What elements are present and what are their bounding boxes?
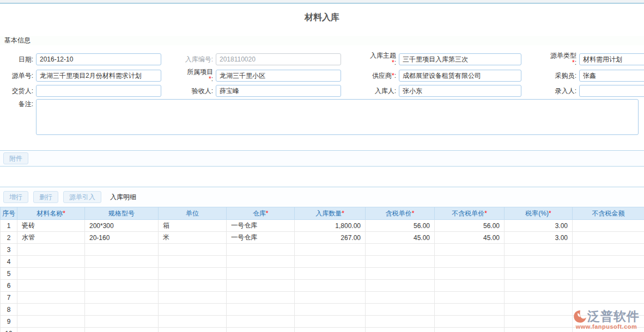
cell-price-tax[interactable]: 56.00 <box>366 220 435 232</box>
cell-spec[interactable] <box>85 304 159 316</box>
cell-spec[interactable] <box>85 268 159 280</box>
cell-taxrate[interactable] <box>505 328 573 332</box>
cell-taxrate[interactable]: 3.00 <box>505 232 573 244</box>
cell-price-notax[interactable] <box>435 256 505 268</box>
add-row-button[interactable]: 增行 <box>3 191 28 203</box>
cell-warehouse[interactable]: 一号仓库 <box>227 232 295 244</box>
inspector-input[interactable] <box>216 85 341 97</box>
purchaser-input[interactable] <box>579 70 644 82</box>
cell-warehouse[interactable] <box>227 280 295 292</box>
cell-unit[interactable] <box>159 268 227 280</box>
source-type-input[interactable] <box>579 53 644 65</box>
cell-amount-notax[interactable] <box>573 292 644 304</box>
cell-quantity[interactable] <box>295 304 366 316</box>
cell-quantity[interactable] <box>295 316 366 328</box>
source-no-input[interactable] <box>36 70 161 82</box>
cell-taxrate[interactable] <box>505 292 573 304</box>
cell-price-notax[interactable] <box>435 316 505 328</box>
date-input[interactable] <box>36 53 161 65</box>
cell-spec[interactable] <box>85 256 159 268</box>
cell-taxrate[interactable] <box>505 256 573 268</box>
cell-price-tax[interactable] <box>366 280 435 292</box>
cell-warehouse[interactable] <box>227 244 295 256</box>
cell-unit[interactable] <box>159 244 227 256</box>
cell-amount-notax[interactable] <box>573 220 644 232</box>
cell-warehouse[interactable] <box>227 304 295 316</box>
cell-warehouse[interactable] <box>227 328 295 332</box>
cell-price-notax[interactable] <box>435 244 505 256</box>
cell-price-tax[interactable]: 45.00 <box>366 232 435 244</box>
cell-unit[interactable] <box>159 328 227 332</box>
cell-spec[interactable] <box>85 244 159 256</box>
cell-unit[interactable] <box>159 292 227 304</box>
cell-price-tax[interactable] <box>366 328 435 332</box>
cell-unit[interactable]: 箱 <box>159 220 227 232</box>
cell-quantity[interactable] <box>295 328 366 332</box>
cell-price-notax[interactable]: 45.00 <box>435 232 505 244</box>
cell-quantity[interactable]: 267.00 <box>295 232 366 244</box>
cell-unit[interactable] <box>159 256 227 268</box>
delete-row-button[interactable]: 删行 <box>33 191 58 203</box>
cell-price-notax[interactable] <box>435 304 505 316</box>
cell-warehouse[interactable] <box>227 256 295 268</box>
cell-material[interactable]: 水管 <box>17 232 85 244</box>
cell-warehouse[interactable] <box>227 316 295 328</box>
cell-taxrate[interactable]: 3.00 <box>505 220 573 232</box>
cell-quantity[interactable] <box>295 244 366 256</box>
cell-spec[interactable]: 20-160 <box>85 232 159 244</box>
cell-price-tax[interactable] <box>366 244 435 256</box>
cell-taxrate[interactable] <box>505 280 573 292</box>
cell-spec[interactable] <box>85 316 159 328</box>
cell-price-notax[interactable]: 56.00 <box>435 220 505 232</box>
cell-price-tax[interactable] <box>366 256 435 268</box>
recorder-input[interactable] <box>579 85 644 97</box>
cell-amount-notax[interactable] <box>573 232 644 244</box>
cell-spec[interactable]: 200*300 <box>85 220 159 232</box>
cell-spec[interactable] <box>85 292 159 304</box>
cell-material[interactable] <box>17 304 85 316</box>
cell-price-notax[interactable] <box>435 328 505 332</box>
cell-unit[interactable]: 米 <box>159 232 227 244</box>
attachment-button[interactable]: 附件 <box>3 152 28 164</box>
cell-material[interactable]: 瓷砖 <box>17 220 85 232</box>
cell-taxrate[interactable] <box>505 316 573 328</box>
cell-warehouse[interactable] <box>227 268 295 280</box>
cell-taxrate[interactable] <box>505 268 573 280</box>
cell-quantity[interactable] <box>295 256 366 268</box>
cell-material[interactable] <box>17 292 85 304</box>
cell-amount-notax[interactable] <box>573 256 644 268</box>
cell-price-notax[interactable] <box>435 280 505 292</box>
cell-amount-notax[interactable] <box>573 268 644 280</box>
cell-price-notax[interactable] <box>435 292 505 304</box>
cell-unit[interactable] <box>159 280 227 292</box>
cell-material[interactable] <box>17 316 85 328</box>
cell-taxrate[interactable] <box>505 304 573 316</box>
cell-unit[interactable] <box>159 304 227 316</box>
cell-quantity[interactable] <box>295 292 366 304</box>
supplier-input[interactable] <box>399 70 521 82</box>
cell-unit[interactable] <box>159 316 227 328</box>
cell-quantity[interactable] <box>295 280 366 292</box>
cell-material[interactable] <box>17 328 85 332</box>
cell-price-tax[interactable] <box>366 304 435 316</box>
cell-material[interactable] <box>17 256 85 268</box>
cell-quantity[interactable] <box>295 268 366 280</box>
stocker-input[interactable] <box>399 85 521 97</box>
cell-warehouse[interactable]: 一号仓库 <box>227 220 295 232</box>
project-input[interactable] <box>216 70 341 82</box>
cell-material[interactable] <box>17 244 85 256</box>
cell-price-notax[interactable] <box>435 268 505 280</box>
cell-amount-notax[interactable] <box>573 244 644 256</box>
cell-taxrate[interactable] <box>505 244 573 256</box>
cell-warehouse[interactable] <box>227 292 295 304</box>
source-import-button[interactable]: 源单引入 <box>63 191 101 203</box>
subject-input[interactable] <box>399 53 521 65</box>
cell-spec[interactable] <box>85 328 159 332</box>
tab-entry-detail[interactable]: 入库明细 <box>110 193 136 202</box>
cell-quantity[interactable]: 1,800.00 <box>295 220 366 232</box>
cell-amount-notax[interactable] <box>573 280 644 292</box>
cell-material[interactable] <box>17 268 85 280</box>
cell-price-tax[interactable] <box>366 292 435 304</box>
remark-textarea[interactable] <box>36 99 639 135</box>
cell-price-tax[interactable] <box>366 316 435 328</box>
